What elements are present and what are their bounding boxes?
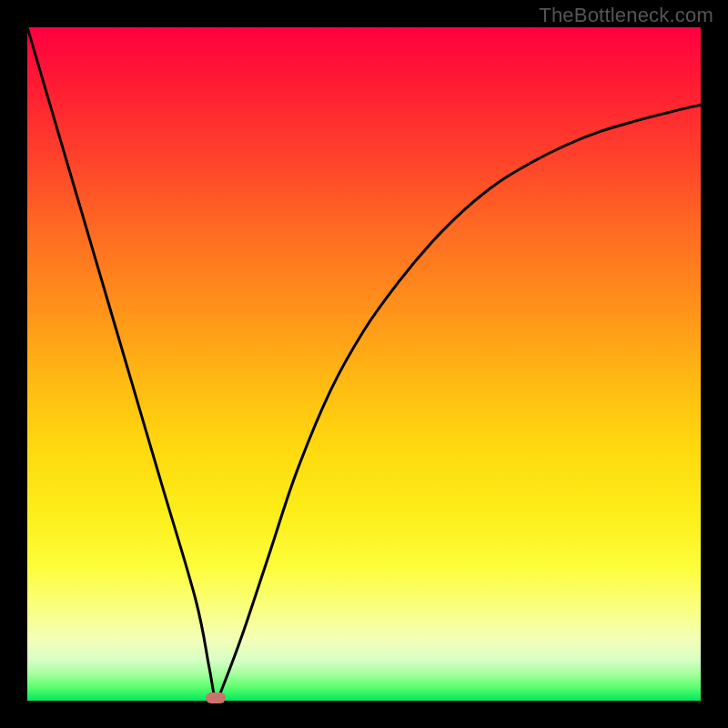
chart-area [27,27,701,701]
minimum-marker [206,693,226,703]
curve-path [27,27,701,701]
curve-svg [27,27,701,701]
watermark-text: TheBottleneck.com [539,4,713,27]
